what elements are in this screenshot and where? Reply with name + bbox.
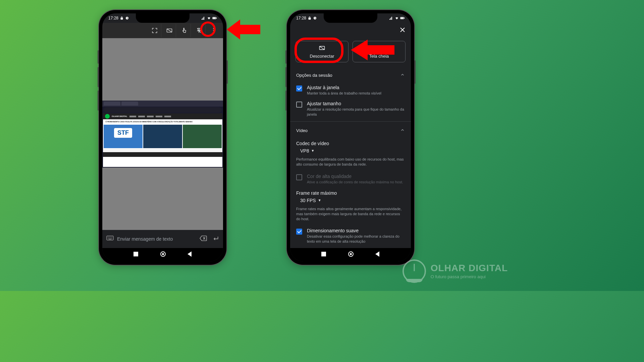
side-button bbox=[285, 50, 287, 64]
watermark: OLHAR DIGITAL O futuro passa primeiro aq… bbox=[402, 259, 508, 283]
pin-button[interactable] bbox=[192, 24, 206, 37]
volume-down-button bbox=[285, 90, 287, 111]
codec-dropdown[interactable]: VP8 ▼ bbox=[290, 147, 411, 156]
fullscreen-button[interactable] bbox=[148, 24, 161, 37]
keyboard-toggle-button[interactable] bbox=[163, 24, 176, 37]
news-card: STF bbox=[104, 125, 143, 148]
backspace-icon[interactable] bbox=[200, 235, 207, 243]
nav-home-button[interactable] bbox=[160, 251, 166, 258]
more-menu-button[interactable] bbox=[207, 24, 220, 37]
disconnect-button[interactable]: Desconectar bbox=[296, 41, 348, 62]
android-nav-bar bbox=[102, 248, 223, 261]
phone-notch bbox=[136, 13, 190, 23]
codec-help: Performance equilibrada com baixo uso de… bbox=[290, 156, 411, 171]
framerate-value: 30 FPS bbox=[300, 198, 316, 203]
option-fit-window[interactable]: Ajustar à janela Manter toda a área de t… bbox=[290, 82, 411, 98]
android-nav-bar bbox=[290, 248, 411, 261]
status-time: 17:28 bbox=[108, 16, 118, 20]
section-title: Vídeo bbox=[296, 128, 308, 133]
option-title: Dimensionamento suave bbox=[307, 228, 405, 233]
remote-toolbar bbox=[102, 23, 223, 38]
nav-recent-button[interactable] bbox=[133, 251, 139, 258]
annotation-arrow bbox=[227, 17, 260, 42]
fullscreen-button[interactable]: Tela cheia bbox=[353, 41, 406, 62]
more-vertical-icon bbox=[210, 27, 217, 34]
keyboard-icon[interactable] bbox=[106, 236, 114, 242]
disconnect-icon bbox=[319, 45, 325, 52]
signal-icon bbox=[201, 16, 206, 20]
lock-icon bbox=[308, 16, 312, 20]
phone-mockup-left: 17:28 bbox=[99, 10, 226, 265]
option-title: Ajustar tamanho bbox=[307, 101, 405, 106]
chevron-up-icon bbox=[400, 72, 405, 78]
option-title: Cor de alta qualidade bbox=[307, 174, 403, 179]
close-button[interactable] bbox=[399, 27, 406, 35]
remote-desktop-content: OLHAR DIGITAL É PERMANENTE CAIXA FACILIT… bbox=[102, 101, 223, 168]
disconnect-label: Desconectar bbox=[310, 54, 334, 59]
svg-rect-12 bbox=[404, 18, 405, 18]
status-time: 17:28 bbox=[296, 16, 306, 20]
alarm-icon bbox=[125, 16, 129, 20]
wifi-icon bbox=[394, 16, 399, 20]
remote-desktop-view[interactable]: OLHAR DIGITAL É PERMANENTE CAIXA FACILIT… bbox=[102, 38, 223, 230]
checkbox[interactable] bbox=[296, 229, 302, 235]
svg-rect-7 bbox=[107, 236, 113, 240]
svg-rect-13 bbox=[401, 17, 404, 19]
section-video-header[interactable]: Vídeo bbox=[290, 124, 411, 137]
power-button bbox=[226, 60, 228, 84]
watermark-logo-icon bbox=[402, 259, 426, 283]
option-smooth-scaling[interactable]: Dimensionamento suave Desativar essa con… bbox=[290, 225, 411, 246]
volume-up-button bbox=[285, 67, 287, 87]
option-fit-size[interactable]: Ajustar tamanho Atualizar a resolução re… bbox=[290, 98, 411, 119]
chevron-up-icon bbox=[400, 128, 405, 133]
svg-point-17 bbox=[350, 253, 352, 255]
option-subtitle: Ative a codificação de cores de resoluçã… bbox=[307, 180, 403, 184]
battery-icon bbox=[400, 16, 405, 20]
caret-down-icon: ▼ bbox=[318, 198, 321, 202]
lock-icon bbox=[120, 16, 124, 20]
svg-point-6 bbox=[213, 32, 214, 33]
option-subtitle: Manter toda a área de trabalho remota vi… bbox=[307, 91, 381, 96]
touch-mode-button[interactable] bbox=[177, 24, 191, 37]
power-button bbox=[414, 60, 416, 84]
news-card bbox=[183, 125, 222, 148]
checkbox[interactable] bbox=[296, 85, 302, 92]
caret-down-icon: ▼ bbox=[311, 149, 314, 153]
svg-point-4 bbox=[213, 28, 214, 29]
nav-home-button[interactable] bbox=[348, 251, 354, 258]
signal-icon bbox=[389, 16, 393, 20]
news-card bbox=[143, 125, 182, 148]
fullscreen-icon bbox=[376, 45, 382, 52]
option-subtitle: Atualizar a resolução remota para que fi… bbox=[307, 107, 405, 117]
watermark-tagline: O futuro passa primeiro aqui bbox=[431, 274, 508, 279]
section-session-header[interactable]: Opções da sessão bbox=[290, 68, 411, 82]
option-subtitle: Desativar essa configuração pode melhora… bbox=[307, 234, 405, 244]
framerate-dropdown[interactable]: 30 FPS ▼ bbox=[290, 196, 411, 205]
text-input-bar: Enviar mensagem de texto bbox=[102, 230, 223, 248]
svg-rect-2 bbox=[213, 17, 216, 19]
nav-back-button[interactable] bbox=[375, 251, 380, 258]
headline-text: É PERMANENTE CAIXA FACILITA JOGOS DA MIN… bbox=[106, 121, 220, 123]
checkbox bbox=[296, 174, 302, 180]
fullscreen-label: Tela cheia bbox=[369, 54, 389, 59]
checkbox[interactable] bbox=[296, 102, 302, 108]
battery-icon bbox=[212, 16, 217, 20]
codec-label: Codec de vídeo bbox=[290, 137, 411, 147]
side-button bbox=[98, 50, 99, 64]
option-high-color: Cor de alta qualidade Ative a codificaçã… bbox=[290, 171, 411, 187]
volume-down-button bbox=[98, 90, 99, 111]
codec-value: VP8 bbox=[300, 148, 309, 154]
nav-recent-button[interactable] bbox=[321, 251, 326, 258]
nav-back-button[interactable] bbox=[187, 251, 192, 258]
settings-panel: Desconectar Tela cheia Opções da sessão … bbox=[290, 23, 411, 248]
enter-icon[interactable] bbox=[212, 235, 219, 243]
site-logo-text: OLHAR DIGITAL bbox=[112, 115, 127, 117]
svg-rect-8 bbox=[133, 252, 138, 256]
svg-point-5 bbox=[213, 30, 214, 31]
framerate-label: Frame rate máximo bbox=[290, 187, 411, 196]
framerate-help: Frame rates mais altos geralmente aument… bbox=[290, 205, 411, 226]
watermark-title: OLHAR DIGITAL bbox=[431, 263, 508, 273]
message-input[interactable]: Enviar mensagem de texto bbox=[117, 236, 196, 242]
alarm-icon bbox=[313, 16, 317, 20]
svg-point-10 bbox=[162, 253, 164, 255]
